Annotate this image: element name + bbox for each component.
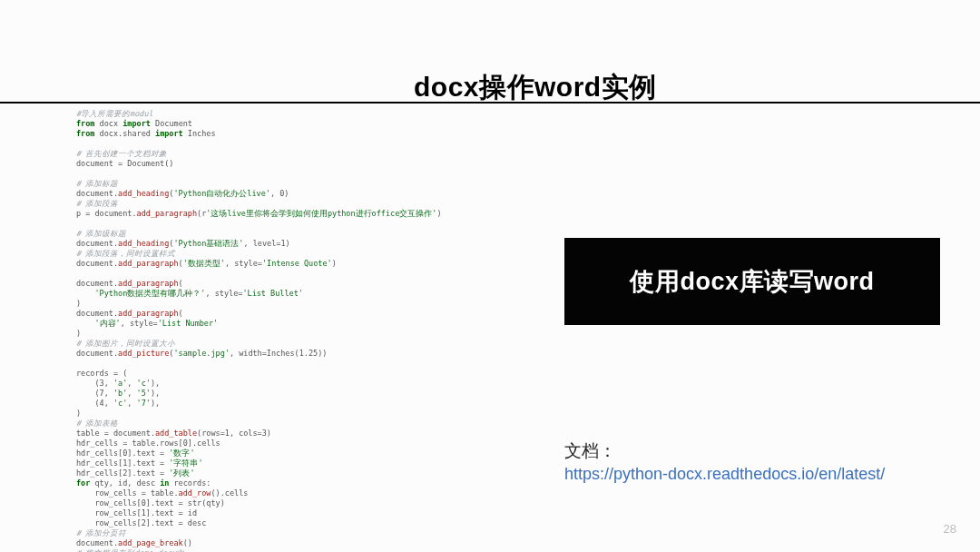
page-number: 28 bbox=[944, 522, 956, 536]
doc-link[interactable]: https://python-docx.readthedocs.io/en/la… bbox=[564, 465, 885, 484]
slide-title: docx操作word实例 bbox=[414, 69, 657, 106]
doc-label: 文档： bbox=[564, 439, 616, 463]
callout-text: 使用docx库读写word bbox=[630, 265, 874, 298]
callout-box: 使用docx库读写word bbox=[564, 238, 940, 325]
code-block: #导入所需要的modul from docx import Document f… bbox=[76, 109, 512, 552]
